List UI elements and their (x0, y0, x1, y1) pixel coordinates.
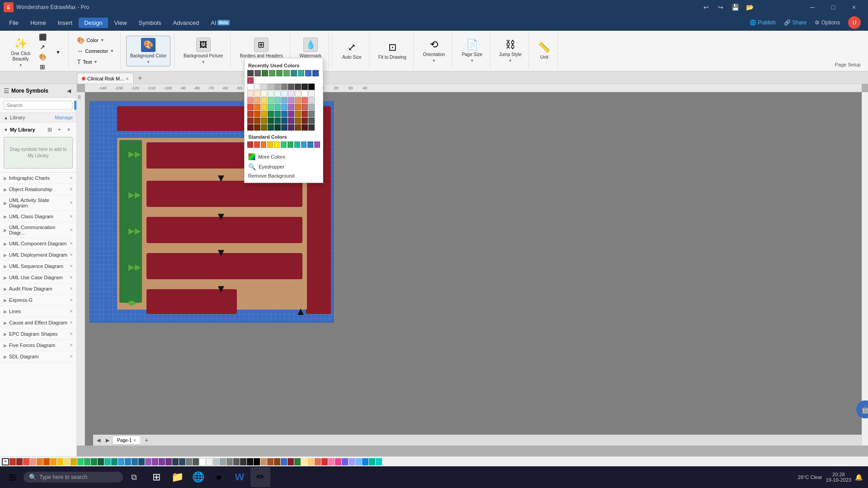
my-library-close-btn[interactable]: × (65, 126, 73, 134)
lib-item-uml-deployment[interactable]: ▶ UML Deployment Diagram × (0, 249, 76, 261)
theme-swatch[interactable] (308, 124, 315, 131)
std-swatch[interactable] (247, 141, 253, 148)
color-bar-swatch[interactable] (315, 458, 321, 465)
color-bar-swatch[interactable] (98, 458, 104, 465)
eyedropper-row[interactable]: 🔍 Eyedropper (247, 162, 320, 172)
std-swatch[interactable] (281, 141, 287, 148)
color-bar-swatch[interactable] (281, 458, 287, 465)
search-input[interactable] (4, 101, 72, 110)
color-bar-swatch[interactable] (77, 458, 84, 465)
theme-swatch[interactable] (247, 104, 254, 110)
chrome-btn[interactable]: ● (209, 467, 229, 487)
color-bar-swatch[interactable] (233, 458, 240, 465)
more-shapes-btn[interactable]: ▼ (51, 47, 65, 56)
page-add-btn[interactable]: + (142, 436, 151, 445)
themes-btn[interactable]: 🎨 (36, 52, 49, 61)
color-bar-swatch[interactable] (125, 458, 131, 465)
fit-to-drawing-btn[interactable]: ⊡ Fit to Drawing (375, 36, 410, 66)
background-color-btn[interactable]: 🎨 Background Color ▼ (126, 36, 170, 66)
lib-item-uml-activity[interactable]: ▶ UML Activity State Diagram × (0, 195, 76, 211)
theme-swatch[interactable] (268, 111, 274, 117)
lib-item-close-cause[interactable]: × (70, 319, 73, 326)
lib-item-express-g[interactable]: ▶ Express-G × (0, 295, 76, 306)
options-btn[interactable]: ⚙ Options (811, 19, 844, 26)
color-bar-swatch[interactable] (145, 458, 151, 465)
menu-ai[interactable]: AI Beta (205, 18, 235, 28)
lib-item-close-audit[interactable]: × (70, 286, 73, 292)
page-nav-right[interactable]: ▶ (104, 437, 111, 443)
lib-item-close-uml-seq[interactable]: × (70, 263, 73, 269)
color-bar-swatch[interactable] (64, 458, 70, 465)
theme-swatch[interactable] (302, 97, 308, 103)
collapse-panel-btn[interactable]: ◀ (65, 87, 73, 95)
manage-btn[interactable]: Manage (55, 115, 73, 120)
theme-swatch[interactable] (281, 124, 288, 131)
theme-swatch[interactable] (274, 117, 281, 124)
theme-swatch[interactable] (261, 84, 267, 90)
theme-swatch[interactable] (268, 124, 274, 131)
theme-swatch[interactable] (268, 104, 274, 110)
recent-color-swatch[interactable] (247, 70, 254, 76)
color-btn[interactable]: 🎨 Color ▼ (74, 35, 107, 45)
page-tab-1[interactable]: Page-1 × (112, 436, 141, 445)
theme-swatch[interactable] (268, 90, 274, 97)
lib-item-cause-effect[interactable]: ▶ Cause and Effect Diagram × (0, 317, 76, 328)
menu-file[interactable]: File (4, 18, 24, 28)
recent-color-swatch[interactable] (312, 70, 319, 76)
color-bar-swatch[interactable] (362, 458, 368, 465)
std-swatch[interactable] (307, 141, 313, 148)
theme-swatch[interactable] (261, 124, 267, 131)
theme-swatch[interactable] (274, 90, 281, 97)
lib-item-close-lines[interactable]: × (70, 308, 73, 314)
auto-size-btn[interactable]: ⤢ Auto Size (339, 36, 365, 66)
color-bar-swatch[interactable] (152, 458, 158, 465)
recent-color-swatch[interactable] (298, 70, 304, 76)
one-click-beautify-btn[interactable]: ✨ One ClickBeautify ▼ (7, 37, 34, 67)
std-swatch[interactable] (261, 141, 267, 148)
page-tab-1-close[interactable]: × (133, 438, 136, 443)
color-bar-swatch[interactable] (328, 458, 335, 465)
menu-symbols[interactable]: Symbols (133, 18, 167, 28)
color-bar-swatch[interactable] (23, 458, 29, 465)
theme-swatch[interactable] (295, 111, 301, 117)
recent-color-swatch[interactable] (276, 70, 283, 76)
std-swatch[interactable] (314, 141, 320, 148)
lib-item-uml-usecase[interactable]: ▶ UML Use Case Diagram × (0, 272, 76, 283)
theme-swatch[interactable] (295, 90, 301, 97)
tab-clinical-risk[interactable]: Clinical Risk M... × (77, 73, 134, 84)
share-btn[interactable]: 🔗 Share (780, 19, 810, 26)
recent-color-swatch[interactable] (305, 70, 311, 76)
lib-item-close-uml-comp[interactable]: × (70, 240, 73, 247)
std-swatch[interactable] (288, 141, 293, 148)
theme-swatch[interactable] (308, 111, 315, 117)
color-bar-swatch[interactable] (260, 458, 267, 465)
theme-swatch[interactable] (308, 97, 315, 103)
menu-view[interactable]: View (109, 18, 132, 28)
theme-swatch[interactable] (302, 124, 308, 131)
color-bar-swatch[interactable] (240, 458, 246, 465)
color-bar-swatch[interactable] (91, 458, 97, 465)
color-bar-swatch[interactable] (111, 458, 118, 465)
theme-swatch[interactable] (281, 97, 288, 103)
lib-item-close-express[interactable]: × (70, 297, 73, 303)
color-bar-swatch[interactable] (30, 458, 36, 465)
color-bar-swatch[interactable] (84, 458, 90, 465)
theme-swatch[interactable] (308, 90, 315, 97)
lib-item-lines[interactable]: ▶ Lines × (0, 306, 76, 317)
menu-home[interactable]: Home (25, 18, 52, 28)
color-bar-swatch[interactable] (132, 458, 138, 465)
theme-swatch[interactable] (274, 84, 281, 90)
color-bar-swatch[interactable] (9, 458, 16, 465)
color-bar-swatch[interactable] (104, 458, 111, 465)
recent-color-swatch[interactable] (262, 70, 268, 76)
theme-swatch[interactable] (302, 104, 308, 110)
color-bar-swatch[interactable] (335, 458, 341, 465)
close-btn[interactable]: × (844, 0, 864, 14)
theme-swatch[interactable] (295, 104, 301, 110)
file-explorer-btn[interactable]: 📁 (167, 467, 187, 487)
color-bar-swatch[interactable] (16, 458, 23, 465)
recent-color-swatch[interactable] (255, 70, 261, 76)
color-bar-swatch[interactable] (172, 458, 179, 465)
color-bar-swatch[interactable] (43, 458, 50, 465)
color-bar-swatch[interactable] (349, 458, 355, 465)
